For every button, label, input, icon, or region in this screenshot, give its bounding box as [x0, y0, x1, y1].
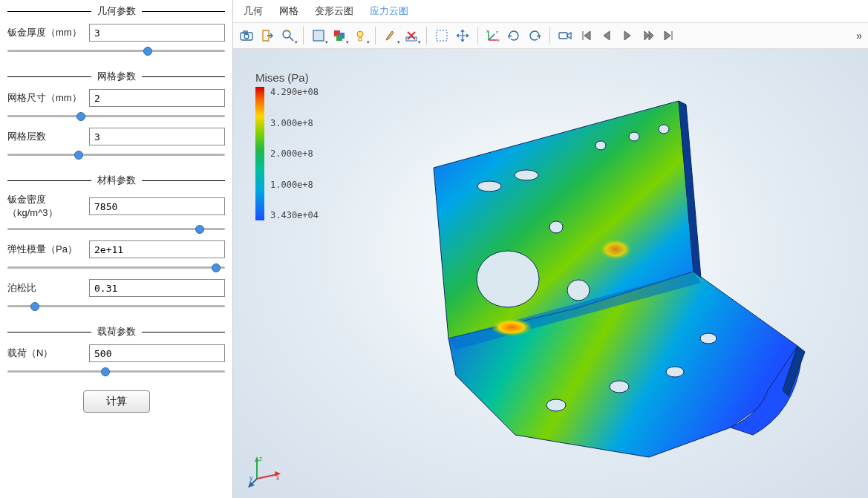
svg-point-19: [549, 221, 563, 233]
light-icon[interactable]: ▾: [350, 25, 371, 46]
next-frame-icon[interactable]: [638, 25, 659, 46]
svg-text:y: y: [249, 474, 253, 482]
rotate-cw-icon[interactable]: [503, 25, 524, 46]
parameters-panel: 几何参数 钣金厚度（mm） 网格参数 网格尺寸（mm） 网格层数 材料参数: [0, 0, 233, 498]
thickness-slider[interactable]: [7, 50, 225, 52]
param-thickness: 钣金厚度（mm）: [7, 24, 225, 42]
section-mesh: 网格参数 网格尺寸（mm） 网格层数: [7, 70, 225, 166]
brush-icon[interactable]: ▾: [380, 25, 401, 46]
last-frame-icon[interactable]: [659, 25, 679, 46]
section-geometry: 几何参数 钣金厚度（mm）: [7, 4, 225, 62]
axes-icon[interactable]: zxy: [483, 25, 503, 46]
param-mesh-size: 网格尺寸（mm）: [7, 89, 225, 107]
section-title-mesh: 网格参数: [97, 70, 136, 83]
svg-rect-10: [437, 30, 447, 41]
viewer-panel: 几何 网格 变形云图 应力云图 ▾ ▾ ▾ ▾ ▾ ▾ zxy: [233, 0, 868, 498]
prev-frame-icon[interactable]: [596, 25, 617, 46]
select-box-icon[interactable]: [431, 25, 452, 46]
rotate-ccw-icon[interactable]: [524, 25, 545, 46]
legend-color-bar: [255, 87, 264, 220]
param-force: 载荷（N）: [7, 344, 225, 362]
svg-point-23: [477, 181, 501, 191]
svg-point-20: [595, 141, 606, 150]
section-title-material: 材料参数: [97, 174, 136, 187]
play-icon[interactable]: [617, 25, 638, 46]
density-label: 钣金密度（kg/m^3）: [7, 193, 82, 220]
mesh-size-label: 网格尺寸（mm）: [7, 91, 82, 105]
param-mesh-layers: 网格层数: [7, 128, 225, 145]
force-label: 载荷（N）: [7, 347, 82, 360]
export-icon[interactable]: [257, 25, 278, 46]
delete-icon[interactable]: ▾: [401, 25, 422, 46]
svg-text:z: z: [496, 30, 498, 34]
viewer-toolbar: ▾ ▾ ▾ ▾ ▾ ▾ zxy »: [233, 22, 868, 49]
tab-deform[interactable]: 变形云图: [313, 3, 355, 19]
app-root: 几何参数 钣金厚度（mm） 网格参数 网格尺寸（mm） 网格层数 材料参数: [0, 0, 868, 498]
tab-mesh[interactable]: 网格: [278, 3, 300, 19]
svg-point-18: [567, 280, 590, 301]
section-material: 材料参数 钣金密度（kg/m^3） 弹性模量（Pa） 泊松比: [7, 174, 225, 318]
thickness-input[interactable]: [89, 24, 225, 42]
camera-icon[interactable]: [236, 25, 257, 46]
calculate-button[interactable]: 计算: [83, 390, 150, 413]
svg-point-17: [477, 251, 539, 307]
density-input[interactable]: [89, 197, 225, 215]
svg-rect-14: [559, 33, 567, 39]
force-slider[interactable]: [7, 370, 225, 373]
svg-point-25: [546, 399, 566, 411]
tab-geometry[interactable]: 几何: [242, 3, 264, 19]
legend-labels: 4.290e+08 3.000e+8 2.000e+8 1.000e+8 3.4…: [270, 87, 319, 220]
svg-text:z: z: [259, 455, 263, 462]
legend-title: Mises (Pa): [255, 71, 319, 84]
thickness-label: 钣金厚度（mm）: [7, 26, 82, 39]
legend-val-3: 1.000e+8: [270, 180, 319, 190]
young-input[interactable]: [89, 240, 225, 258]
svg-point-21: [629, 132, 639, 141]
camera-anim-icon[interactable]: [555, 25, 575, 46]
svg-text:y: y: [486, 28, 489, 33]
mesh-size-input[interactable]: [89, 89, 225, 107]
section-title-load: 载荷参数: [97, 325, 136, 338]
svg-text:x: x: [497, 38, 500, 42]
section-title-geometry: 几何参数: [97, 4, 136, 18]
legend-val-1: 3.000e+8: [270, 118, 319, 128]
mesh-layers-input[interactable]: [89, 128, 225, 145]
svg-line-31: [257, 474, 278, 479]
mesh-layers-slider[interactable]: [7, 154, 225, 156]
svg-text:x: x: [276, 474, 280, 482]
legend-val-4: 3.430e+04: [270, 210, 319, 220]
svg-rect-7: [336, 35, 342, 41]
young-slider[interactable]: [7, 266, 225, 269]
young-label: 弹性模量（Pa）: [7, 243, 82, 256]
svg-point-3: [283, 30, 290, 38]
svg-point-8: [357, 31, 363, 37]
svg-point-28: [700, 333, 717, 344]
legend-val-2: 2.000e+8: [270, 148, 319, 159]
param-young: 弹性模量（Pa）: [7, 240, 225, 258]
param-poisson: 泊松比: [7, 279, 225, 297]
render-mode-icon[interactable]: ▾: [308, 25, 329, 46]
svg-point-16: [599, 239, 632, 260]
render-mode2-icon[interactable]: ▾: [329, 25, 350, 46]
section-load: 载荷参数 载荷（N）: [7, 325, 225, 383]
mesh-size-slider[interactable]: [7, 115, 225, 117]
zoom-fit-icon[interactable]: ▾: [278, 25, 298, 46]
color-legend: Mises (Pa) 4.290e+08 3.000e+8 2.000e+8 1…: [255, 71, 319, 220]
legend-val-0: 4.290e+08: [270, 87, 319, 97]
fea-model: [382, 79, 812, 472]
svg-point-1: [244, 34, 249, 39]
svg-point-22: [659, 125, 669, 134]
density-slider[interactable]: [7, 228, 225, 230]
tab-stress[interactable]: 应力云图: [368, 3, 410, 19]
svg-point-26: [610, 381, 629, 393]
orientation-triad: z x y: [248, 453, 282, 488]
toolbar-overflow-button[interactable]: »: [853, 30, 865, 42]
poisson-slider[interactable]: [7, 305, 225, 307]
poisson-label: 泊松比: [7, 281, 82, 295]
force-input[interactable]: [89, 344, 225, 362]
viewport-3d[interactable]: Mises (Pa) 4.290e+08 3.000e+8 2.000e+8 1…: [233, 49, 868, 498]
poisson-input[interactable]: [89, 279, 225, 297]
mesh-layers-label: 网格层数: [7, 130, 82, 143]
pan-icon[interactable]: [452, 25, 473, 46]
first-frame-icon[interactable]: [575, 25, 596, 46]
